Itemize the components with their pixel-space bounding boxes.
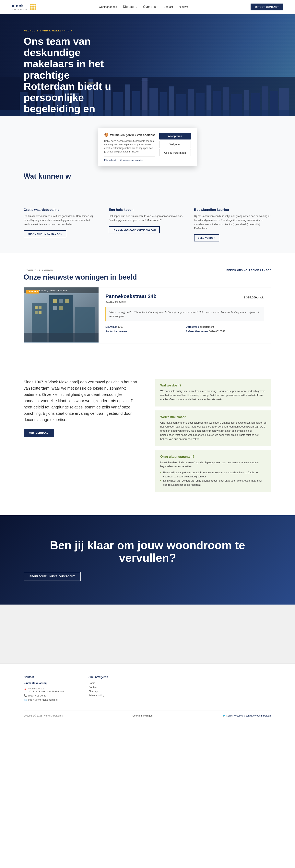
footer-address-line2: 3012 LC Rotterdam, Nederland: [28, 690, 64, 693]
svg-rect-48: [24, 333, 98, 342]
hero-content: WELKOM BIJ VINCK MAKELAARDIJ Ons team va…: [0, 14, 138, 116]
about-right: Wat we doen? We doen iets nuttigs met on…: [155, 379, 271, 496]
cookie-settings-button[interactable]: Cookie-instellingen: [159, 149, 191, 156]
nav-diensten[interactable]: Diensten: [123, 5, 137, 9]
nav-nieuws[interactable]: Nieuws: [179, 5, 188, 8]
cookie-banner: 🍪 Wij maken gebruik van cookies! Hallo, …: [98, 128, 197, 166]
svg-rect-43: [53, 299, 57, 303]
svg-rect-40: [38, 306, 41, 309]
wat-card-title-3: Bouwkundige keuring: [194, 208, 271, 212]
aanbod-title: Onze nieuwste woningen in beeld: [24, 273, 137, 281]
svg-rect-47: [59, 306, 63, 310]
footer-email: info@vinck-makelaardij.nl: [28, 698, 57, 701]
svg-rect-17: [141, 81, 148, 81]
footer-grid: Contact Vinck Makelaardij 📍 Westblaak 92…: [24, 676, 271, 702]
property-detail-badkamers: Aantal badkamers 1: [106, 330, 184, 333]
grey-section: [0, 604, 295, 663]
footer-address-item: 📍 Westblaak 92 3012 LC Rotterdam, Nederl…: [24, 687, 77, 693]
location-icon: 📍: [24, 688, 27, 691]
aanbod-header-left: UITGELICHT AANBOD Onze nieuwste woningen…: [24, 269, 137, 281]
cookie-accept-button[interactable]: Accepteren: [159, 133, 191, 140]
footer-nav-sitemap[interactable]: Sitemap: [88, 690, 142, 693]
header: vinck makelaardij Woningaanbod Diensten …: [0, 0, 295, 14]
footer-credits: 🐦 Kolibri websites & software voor makel…: [223, 714, 271, 717]
logo-text: vinck: [12, 3, 29, 8]
wat-card-title-2: Een huis kopen: [109, 208, 186, 212]
cookie-decline-button[interactable]: Weigeren: [159, 141, 191, 148]
property-card: Onder bod: [24, 287, 271, 343]
logo[interactable]: vinck makelaardij: [12, 3, 36, 10]
wat-card-btn-3[interactable]: LEES VERDER: [194, 235, 219, 242]
footer-phone-item: 📞 (010) 413 00 40: [24, 694, 77, 697]
footer-email-item: ✉️ info@vinck-makelaardij.nl: [24, 698, 77, 701]
wat-card-title-1: Gratis waardebepaling: [24, 208, 101, 212]
nav-woningaanbod[interactable]: Woningaanbod: [98, 5, 117, 8]
property-quote: "Waar woon jij nu?" – "Pannekoekstraat, …: [106, 307, 264, 321]
aanbod-full-link[interactable]: BEKIJK ONS VOLLEDIGE AANBOD: [226, 269, 271, 272]
svg-rect-45: [65, 299, 69, 303]
property-detail-value: 0020/8020543: [209, 330, 225, 333]
cookie-icon: 🍪: [104, 133, 109, 137]
property-image-illustration: Pannekoekstraat 24b, 3011LG Rotterdam: [24, 287, 98, 342]
svg-rect-46: [53, 306, 57, 310]
about-button[interactable]: ONS VERHAAL: [24, 429, 54, 437]
cookie-actions: Accepteren Weigeren Cookie-instellingen: [159, 133, 191, 161]
cookie-banner-section: 🍪 Wij maken gebruik van cookies! Hallo, …: [0, 116, 295, 192]
footer-contact-title: Contact: [24, 676, 77, 679]
footer-address: Westblaak 92 3012 LC Rotterdam, Nederlan…: [28, 687, 64, 693]
wat-card-btn-1[interactable]: VRAAG GRATIS ADVIES AAN: [24, 230, 66, 237]
logo-subtitle: makelaardij: [12, 8, 29, 10]
cookie-text: Hallo, deze website gebruikt essentiële …: [104, 139, 155, 153]
about-bullet-1: Persoonlijke aanpak en contact. U kent u…: [160, 470, 266, 479]
aanbod-label: UITGELICHT AANBOD: [24, 269, 137, 272]
footer-col-4: [218, 676, 271, 702]
wat-card-keuring: Bouwkundige keuring Bij het kopen van ee…: [194, 208, 271, 242]
property-detail-value: 1: [128, 330, 129, 333]
wat-cards: Gratis waardebepaling Uw huis te verkope…: [24, 208, 271, 242]
footer-cookie-settings[interactable]: Cookie-instellingen: [132, 714, 152, 717]
footer-nav-home[interactable]: Home: [88, 682, 142, 684]
property-image: Onder bod: [24, 287, 98, 343]
property-info: Pannekoekstraat 24b 3011LG Rotterdam € 3…: [98, 287, 271, 343]
about-card-welke-makelaar: Welke makelaar? Ons makelaarkantoor is g…: [155, 410, 271, 446]
property-details: Bouwjaar 1963 Objecttype appartement Aan…: [106, 326, 264, 333]
general-terms-link[interactable]: Algemene voorwaarden: [120, 159, 143, 161]
footer-nav-contact[interactable]: Contact: [88, 686, 142, 689]
about-card-bullets: Persoonlijke aanpak en contact. U kent u…: [160, 470, 266, 487]
footer-nav-title: Snel navigeren: [88, 676, 142, 679]
property-detail-objecttype: Objecttype appartement: [186, 326, 264, 328]
about-card-text-1: We doen iets nuttigs met onze kennis en …: [160, 389, 266, 401]
footer-nav-col: Snel navigeren Home Contact Sitemap Priv…: [88, 676, 142, 702]
footer-phone: (010) 413 00 40: [28, 694, 47, 697]
wat-card-kopen: Een huis kopen Het kopen van een huis me…: [109, 208, 186, 242]
direct-contact-button[interactable]: DIRECT CONTACT: [250, 3, 283, 10]
property-detail-label: Referentienummer: [186, 330, 208, 333]
property-detail-label: Objecttype: [186, 326, 199, 328]
svg-rect-44: [59, 299, 63, 303]
footer: Contact Vinck Makelaardij 📍 Westblaak 92…: [0, 663, 295, 723]
svg-rect-42: [38, 311, 41, 314]
nav-contact[interactable]: Contact: [164, 5, 173, 8]
logo-dots-icon: [30, 4, 36, 10]
footer-address-line1: Westblaak 92: [28, 687, 64, 690]
about-card-title-3: Onze uitgangspunten?: [160, 455, 266, 459]
footer-nav-privacy[interactable]: Privacy policy: [88, 694, 142, 697]
wat-card-btn-2[interactable]: IK ZOEK EEN AANKOOPMAKELAAR: [109, 226, 160, 234]
cookie-header: 🍪 Wij maken gebruik van cookies!: [104, 133, 155, 137]
about-card-title-2: Welke makelaar?: [160, 415, 266, 419]
footer-contact-col: Contact Vinck Makelaardij 📍 Westblaak 92…: [24, 676, 77, 702]
footer-company-name: Vinck Makelaardij: [24, 682, 77, 685]
wat-card-text-2: Het kopen van een huis met hulp van je e…: [109, 214, 186, 222]
property-price: € 375.000,- k.k.: [244, 296, 264, 299]
cta-button[interactable]: BEGIN JOUW UNIEKE ZOEKTOCHT: [24, 572, 81, 581]
aanbod-section: UITGELICHT AANBOD Onze nieuwste woningen…: [0, 253, 295, 359]
cookie-layout: 🍪 Wij maken gebruik van cookies! Hallo, …: [104, 133, 191, 161]
about-text: Sinds 1967 is Vinck Makelaardij een vert…: [24, 379, 140, 423]
footer-credits-link[interactable]: Kolibri websites & software voor makelaa…: [226, 714, 271, 717]
nav-over-ons[interactable]: Over ons: [143, 5, 157, 9]
property-detail-label: Aantal badkamers: [106, 330, 127, 333]
wat-preview: Wat kunnen w: [24, 172, 271, 180]
hero-title: Ons team van deskundige makelaars in het…: [24, 36, 114, 116]
property-title: Pannekoekstraat 24b: [106, 293, 156, 300]
privacy-link[interactable]: Privacybeleid: [104, 159, 117, 161]
